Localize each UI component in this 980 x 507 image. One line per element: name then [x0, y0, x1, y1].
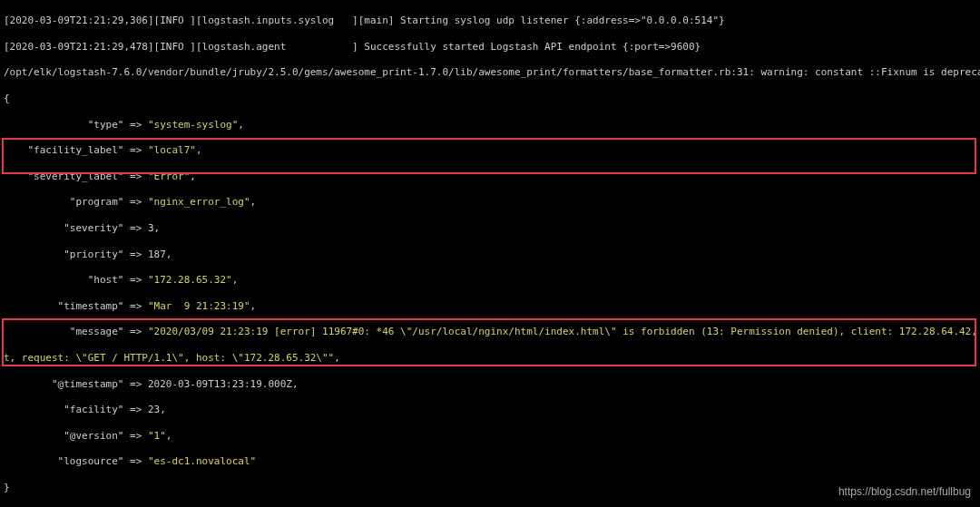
- log-header-line: [2020-03-09T21:21:29,478][INFO ][logstas…: [4, 41, 976, 54]
- log-field-program: "program" => "nginx_error_log",: [4, 196, 976, 209]
- log-field-logsource: "logsource" => "es-dc1.novalocal": [4, 455, 976, 468]
- watermark-text: https://blog.csdn.net/fullbug: [838, 485, 971, 500]
- log-field-timestamp: "timestamp" => "Mar 9 21:23:19",: [4, 300, 976, 313]
- log-field-severity-label: "severity_label" => "Error",: [4, 171, 976, 183]
- log-field-message-cont: t, request: \"GET / HTTP/1.1\", host: \"…: [4, 352, 976, 365]
- log-header-line: [2020-03-09T21:21:29,306][INFO ][logstas…: [4, 15, 976, 27]
- json-brace-open: {: [4, 93, 976, 105]
- log-field-version: "@version" => "1",: [4, 430, 976, 443]
- log-field-message: "message" => "2020/03/09 21:23:19 [error…: [4, 326, 976, 338]
- log-field-type: "type" => "system-syslog",: [4, 119, 976, 132]
- log-field-facility: "facility" => 23,: [4, 404, 976, 416]
- json-brace-close: }: [4, 482, 976, 494]
- log-header-line: /opt/elk/logstash-7.6.0/vendor/bundle/jr…: [4, 66, 976, 79]
- terminal-output: [2020-03-09T21:21:29,306][INFO ][logstas…: [0, 0, 980, 507]
- log-field-priority: "priority" => 187,: [4, 249, 976, 261]
- log-field-severity: "severity" => 3,: [4, 222, 976, 235]
- log-field-at-timestamp: "@timestamp" => 2020-03-09T13:23:19.000Z…: [4, 378, 976, 391]
- log-field-host: "host" => "172.28.65.32",: [4, 274, 976, 287]
- log-field-facility-label: "facility_label" => "local7",: [4, 144, 976, 157]
